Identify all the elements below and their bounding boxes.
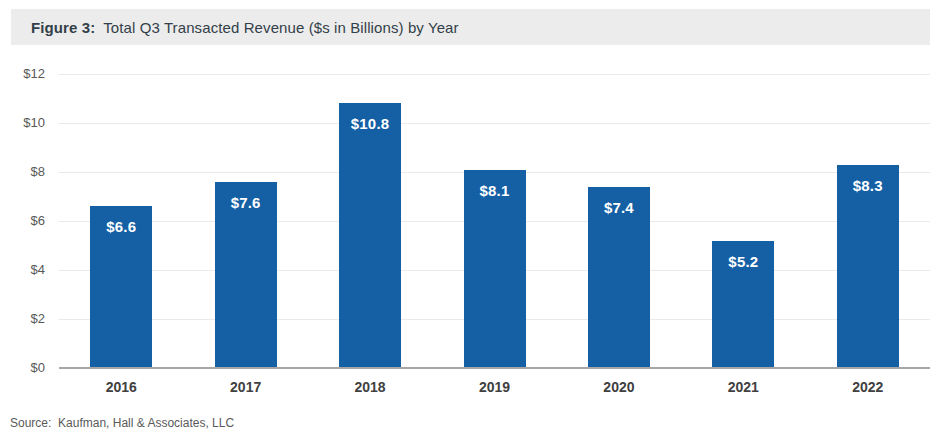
bar-2016: $6.6 (90, 206, 152, 368)
y-axis-tick-label: $4 (0, 263, 45, 277)
bar-value-label: $10.8 (339, 115, 401, 132)
bar-2018: $10.8 (339, 103, 401, 368)
y-axis-tick-label: $0 (0, 361, 45, 375)
bar-chart: $0$2$4$6$8$10$12$6.62016$7.62017$10.8201… (0, 0, 938, 443)
bar-value-label: $7.6 (215, 194, 277, 211)
y-axis-tick-label: $6 (0, 214, 45, 228)
bar-value-label: $5.2 (712, 253, 774, 270)
bar-2020: $7.4 (588, 187, 650, 368)
bar-2022: $8.3 (837, 165, 899, 368)
bar-value-label: $7.4 (588, 199, 650, 216)
bar-2017: $7.6 (215, 182, 277, 368)
x-axis-tick-label: 2016 (81, 377, 161, 397)
bar-value-label: $6.6 (90, 218, 152, 235)
x-axis-tick-label: 2021 (703, 377, 783, 397)
x-axis-baseline (59, 367, 930, 369)
source-note: Source: Kaufman, Hall & Associates, LLC (10, 416, 234, 430)
x-axis-tick-label: 2018 (330, 377, 410, 397)
x-axis-tick-label: 2017 (206, 377, 286, 397)
y-axis-tick-label: $8 (0, 165, 45, 179)
x-axis-tick-label: 2020 (579, 377, 659, 397)
y-axis-tick-label: $10 (0, 116, 45, 130)
figure-canvas: Figure 3: Total Q3 Transacted Revenue ($… (0, 0, 938, 443)
gridline-$12 (59, 74, 930, 75)
y-axis-tick-label: $12 (0, 67, 45, 81)
x-axis-tick-label: 2019 (455, 377, 535, 397)
y-axis-tick-label: $2 (0, 312, 45, 326)
bar-value-label: $8.3 (837, 177, 899, 194)
x-axis-tick-label: 2022 (828, 377, 908, 397)
gridline-$10 (59, 123, 930, 124)
bar-value-label: $8.1 (464, 182, 526, 199)
bar-2021: $5.2 (712, 241, 774, 368)
bar-2019: $8.1 (464, 170, 526, 368)
